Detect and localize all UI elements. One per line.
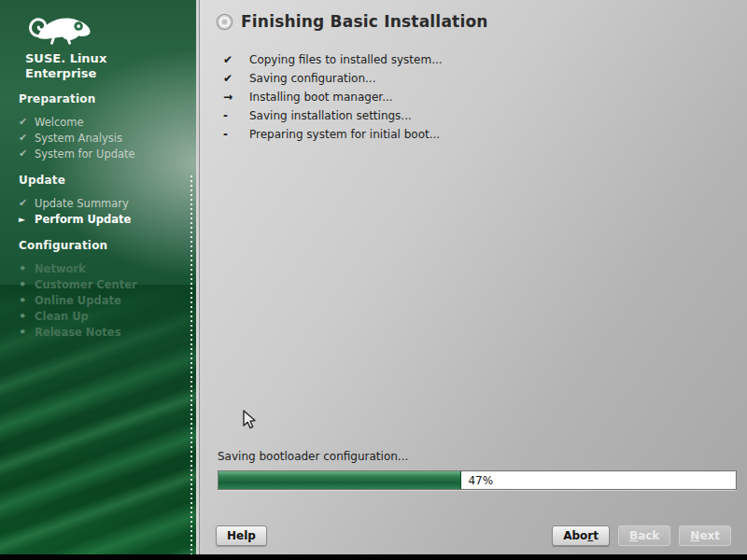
step-target-icon [216, 13, 233, 31]
abort-button[interactable]: Abort [552, 525, 610, 546]
arrow-right-icon: → [223, 91, 249, 104]
sidebar-item-clean-up: • Clean Up [0, 308, 196, 324]
sidebar-item-release-notes: • Release Notes [0, 324, 196, 340]
nav-section-update: Update [19, 174, 196, 187]
check-icon: ✔ [223, 72, 249, 85]
main-panel: Finishing Basic Installation ✔ Copying f… [196, 0, 747, 560]
suse-logo: SUSE. Linux Enterprise [0, 0, 196, 80]
dash-icon: - [223, 128, 249, 141]
step-row-saving-installation-settings: - Saving installation settings... [223, 106, 443, 125]
back-button[interactable]: Back [618, 525, 670, 546]
page-title: Finishing Basic Installation [241, 12, 488, 31]
check-icon: ✔ [19, 197, 35, 209]
progress-status-text: Saving bootloader configuration... [218, 450, 408, 463]
arrow-right-icon: ► [19, 215, 35, 224]
check-icon: ✔ [19, 116, 35, 128]
check-icon: ✔ [19, 132, 35, 144]
sidebar-item-customer-center: • Customer Center [0, 276, 196, 292]
screen-bottom-bar [0, 554, 747, 560]
check-icon: ✔ [223, 53, 249, 66]
progress-bar: 47% [218, 470, 737, 490]
bullet-icon: • [19, 309, 35, 323]
sidebar-item-perform-update: ► Perform Update [0, 211, 196, 227]
logo-text-line2: Enterprise [25, 67, 196, 80]
installer-window: SUSE. Linux Enterprise Preparation ✔ Wel… [0, 0, 747, 560]
dash-icon: - [223, 109, 249, 122]
sidebar-item-network: • Network [0, 260, 196, 276]
bullet-icon: • [19, 293, 35, 307]
next-button[interactable]: Next [679, 525, 731, 546]
step-row-installing-boot-manager: → Installing boot manager... [223, 88, 443, 106]
mouse-cursor-icon [240, 409, 259, 431]
bullet-icon: • [19, 277, 35, 291]
sidebar-item-update-summary: ✔ Update Summary [0, 195, 196, 211]
check-icon: ✔ [19, 147, 35, 160]
wizard-steps-nav: Preparation ✔ Welcome ✔ System Analysis … [0, 92, 196, 340]
step-row-copying-files: ✔ Copying files to installed system... [223, 50, 443, 69]
help-button[interactable]: Help [216, 525, 267, 546]
sidebar-item-system-for-update: ✔ System for Update [0, 146, 196, 161]
progress-fill [218, 471, 461, 489]
logo-text-line1: SUSE. Linux [25, 52, 196, 65]
sidebar-dotted-seam [190, 175, 192, 554]
sidebar-item-online-update: • Online Update [0, 292, 196, 308]
install-steps-list: ✔ Copying files to installed system... ✔… [223, 50, 443, 144]
sidebar: SUSE. Linux Enterprise Preparation ✔ Wel… [0, 0, 196, 560]
progress-percent-label: 47% [468, 474, 493, 487]
nav-section-preparation: Preparation [19, 92, 196, 105]
page-header: Finishing Basic Installation [216, 12, 488, 31]
bullet-icon: • [19, 325, 35, 339]
step-row-preparing-initial-boot: - Preparing system for initial boot... [223, 125, 443, 144]
bullet-icon: • [19, 261, 35, 275]
navigation-buttons: Abort Back Next [552, 525, 731, 546]
step-row-saving-configuration: ✔ Saving configuration... [223, 69, 443, 88]
sidebar-item-system-analysis: ✔ System Analysis [0, 130, 196, 146]
sidebar-item-welcome: ✔ Welcome [0, 114, 196, 130]
suse-chameleon-icon [25, 9, 98, 47]
nav-section-configuration: Configuration [19, 239, 196, 252]
wizard-button-row: Help Abort Back Next [216, 525, 731, 546]
